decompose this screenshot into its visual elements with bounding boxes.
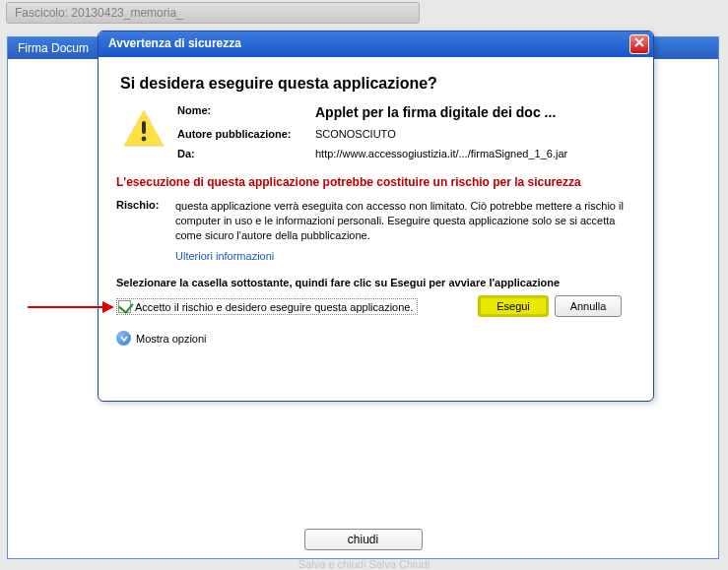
security-risk-warning: L'esecuzione di questa applicazione potr… — [116, 175, 635, 189]
select-instruction: Selezionare la casella sottostante, quin… — [116, 277, 635, 288]
svg-point-1 — [142, 137, 147, 142]
fascicolo-title: Fascicolo: 20130423_memoria_ — [15, 6, 183, 20]
cancel-button[interactable]: Annulla — [555, 295, 622, 317]
from-value: http://www.accessogiustizia.it/.../firma… — [315, 148, 635, 159]
background-footer-text: Salva e chiudi Salva Chiudi — [0, 558, 728, 570]
svg-rect-0 — [142, 121, 146, 134]
warning-icon — [116, 104, 171, 167]
firma-title-text: Firma Docum — [18, 41, 89, 55]
svg-marker-3 — [102, 301, 114, 313]
name-value: Applet per la firma digitale dei doc ... — [315, 104, 635, 120]
dialog-heading: Si desidera eseguire questa applicazione… — [120, 75, 635, 93]
fascicolo-titlebar: Fascicolo: 20130423_memoria_ — [6, 2, 420, 24]
show-options-label: Mostra opzioni — [136, 333, 207, 345]
more-info-link[interactable]: Ulteriori informazioni — [175, 249, 635, 264]
risk-label: Rischio: — [116, 199, 175, 263]
show-options-toggle[interactable]: Mostra opzioni — [116, 331, 635, 346]
name-label: Nome: — [177, 104, 315, 120]
dialog-body: Si desidera eseguire questa applicazione… — [99, 57, 653, 401]
close-icon[interactable] — [629, 34, 649, 54]
from-label: Da: — [177, 148, 315, 159]
chiudi-button[interactable]: chiudi — [304, 529, 423, 550]
risk-description: questa applicazione verrà eseguita con a… — [175, 200, 624, 241]
risk-text: questa applicazione verrà eseguita con a… — [175, 199, 635, 263]
dialog-titlebar: Avvertenza di sicurezza — [99, 32, 653, 57]
app-info-grid: Nome: Applet per la firma digitale dei d… — [171, 104, 635, 167]
chevron-down-icon — [116, 331, 131, 346]
run-button[interactable]: Esegui — [478, 295, 549, 317]
publisher-label: Autore pubblicazione: — [177, 128, 315, 140]
security-warning-dialog: Avvertenza di sicurezza Si desidera eseg… — [98, 31, 654, 402]
publisher-value: SCONOSCIUTO — [315, 128, 635, 140]
accept-risk-label: Accetto il rischio e desidero eseguire q… — [135, 301, 414, 313]
dialog-title: Avvertenza di sicurezza — [108, 36, 241, 50]
accept-risk-checkbox[interactable] — [118, 300, 131, 313]
accept-risk-group[interactable]: Accetto il rischio e desidero eseguire q… — [116, 298, 418, 315]
